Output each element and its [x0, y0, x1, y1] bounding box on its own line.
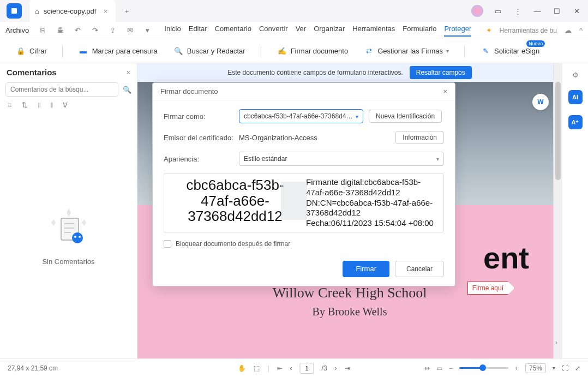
menu-organizar[interactable]: Organizar [314, 25, 345, 37]
menu-ver[interactable]: Ver [296, 25, 307, 37]
add-tab-button[interactable]: + [120, 4, 133, 17]
read-mode-icon[interactable]: ⛶ [562, 364, 568, 372]
menu-editar[interactable]: Editar [189, 25, 207, 37]
close-tab-icon[interactable]: × [100, 6, 110, 16]
filter-bar2-icon[interactable]: ⦀ [50, 101, 53, 110]
banner-text: Este documento contiene campos de formul… [227, 69, 403, 76]
menu-comentario[interactable]: Comentario [215, 25, 251, 37]
filter-bar-icon[interactable]: ⦀ [38, 101, 40, 110]
sidebar-title: Comentarios [7, 68, 57, 77]
feedback-icon[interactable]: ▭ [493, 6, 503, 16]
home-icon: ⌂ [35, 7, 39, 15]
svg-point-9 [72, 232, 83, 243]
sign-here-field[interactable]: Firme aquí [467, 282, 515, 295]
document-viewport: Este documento contiene campos de formul… [137, 63, 562, 358]
find-redact-button[interactable]: 🔍 Buscar y Redactar [173, 46, 245, 57]
zoom-slider[interactable] [459, 367, 508, 369]
sign-as-select[interactable]: cbc6abca-f53b-47af-a66e-37368d42dd ▾ [239, 109, 363, 123]
manage-signatures-label: Gestionar las Firmas [377, 47, 443, 55]
doc-subtitle-2: By Brooke Wells [137, 306, 562, 318]
filter-funnel-icon[interactable]: ∀ [63, 101, 68, 110]
encrypt-button[interactable]: 🔒 Cifrar [15, 46, 47, 57]
menu-inicio[interactable]: Inicio [164, 25, 181, 37]
cloud-icon[interactable]: ☁ [565, 26, 572, 34]
first-page-icon[interactable]: ⇤ [277, 364, 283, 372]
cancel-button[interactable]: Cancelar [395, 261, 444, 277]
lock-checkbox[interactable] [164, 240, 171, 248]
highlight-fields-button[interactable]: Resaltar campos [410, 66, 472, 79]
encrypt-label: Cifrar [29, 47, 47, 55]
share-icon[interactable]: ⇪ [107, 26, 117, 34]
fullscreen-icon[interactable]: ⤢ [575, 364, 580, 372]
save-icon[interactable]: 🖶 [55, 26, 65, 34]
info-button[interactable]: Información [395, 131, 444, 144]
mail-icon[interactable]: ✉ [125, 26, 135, 34]
zoom-value: 75% [525, 363, 546, 373]
menu-convertir[interactable]: Convertir [259, 25, 288, 37]
adjustments-icon[interactable]: ⚙ [572, 71, 579, 79]
user-avatar[interactable] [471, 5, 483, 17]
appearance-label: Apariencia: [164, 155, 233, 163]
file-menu[interactable]: Archivo [5, 26, 29, 34]
redo-icon[interactable]: ↷ [90, 26, 100, 34]
svg-rect-1 [11, 8, 17, 14]
menu-formulario[interactable]: Formulario [403, 25, 436, 37]
word-export-icon[interactable]: W [532, 94, 549, 110]
nuevo-badge: Nuevo [526, 40, 545, 47]
vertical-scrollbar[interactable]: › [553, 63, 562, 358]
open-icon[interactable]: ⎘ [38, 26, 47, 34]
fit-page-icon[interactable]: ▭ [436, 364, 442, 372]
last-page-icon[interactable]: ⇥ [345, 364, 350, 372]
page-input[interactable] [300, 363, 314, 374]
close-window-icon[interactable]: ✕ [572, 6, 581, 16]
svg-point-11 [79, 236, 81, 238]
tab-title: science-copy.pdf [44, 7, 97, 15]
close-dialog-icon[interactable]: × [443, 87, 447, 95]
ai-translate-icon[interactable]: A⁺ [568, 115, 583, 129]
minimize-icon[interactable]: — [532, 6, 542, 16]
select-tool-icon[interactable]: ⬚ [254, 364, 260, 372]
filter-sort-icon[interactable]: ⇅ [22, 101, 28, 110]
collapse-ribbon-icon[interactable]: ^ [579, 26, 583, 34]
ai-tools-label[interactable]: Herramientas de bu [500, 27, 557, 34]
menubar: Archivo ⎘ 🖶 ↶ ↷ ⇪ ✉ ▾ Inicio Editar Come… [0, 22, 588, 39]
menu-herramientas[interactable]: Herramientas [352, 25, 395, 37]
esign-icon: ✎ [480, 46, 491, 57]
app-logo [7, 3, 22, 19]
maximize-icon[interactable]: ☐ [552, 6, 562, 16]
new-id-button[interactable]: Nueva Identificación [369, 110, 442, 123]
mark-redact-button[interactable]: ▬ Marcar para censura [78, 46, 158, 57]
search-icon[interactable]: 🔍 [123, 86, 131, 94]
filter-list-icon[interactable]: ≡ [8, 101, 12, 110]
manage-signatures-button[interactable]: ⇄ Gestionar las Firmas ▾ [363, 46, 449, 57]
settings-sign-icon: ⇄ [363, 46, 374, 57]
zoom-in-icon[interactable]: + [515, 364, 519, 372]
kebab-menu-icon[interactable]: ⋮ [513, 6, 523, 16]
zoom-dropdown-icon[interactable]: ▾ [553, 365, 555, 371]
prev-page-icon[interactable]: ‹ [290, 364, 292, 372]
appearance-select[interactable]: Estilo estándar ▾ [239, 152, 444, 166]
scroll-thumb[interactable] [555, 82, 561, 180]
sign-document-button[interactable]: ✍ Firmar documento [277, 46, 348, 57]
page-total: /3 [322, 364, 327, 372]
comment-search-input[interactable] [5, 82, 118, 97]
ai-chat-icon[interactable]: AI [568, 90, 583, 104]
sign-button[interactable]: Firmar [343, 261, 389, 277]
next-page-icon[interactable]: › [335, 364, 337, 372]
doc-heading-fragment: ent [483, 240, 529, 276]
dialog-title: Firmar documento [160, 87, 218, 95]
document-tab[interactable]: ⌂ science-copy.pdf × [29, 0, 116, 22]
ai-wand-icon[interactable]: ✦ [486, 26, 492, 34]
scroll-down-icon[interactable]: › [555, 339, 557, 346]
more-quick-icon[interactable]: ▾ [142, 26, 152, 34]
fit-width-icon[interactable]: ⇔ [424, 364, 430, 372]
redact-icon: ▬ [78, 46, 89, 57]
menu-proteger[interactable]: Proteger [444, 25, 471, 37]
undo-icon[interactable]: ↶ [73, 26, 82, 34]
zoom-out-icon[interactable]: − [449, 364, 453, 372]
close-sidebar-icon[interactable]: × [126, 68, 130, 76]
request-esign-button[interactable]: ✎ Solicitar eSign Nuevo [480, 46, 539, 57]
chevron-down-icon: ▾ [436, 156, 439, 162]
hand-tool-icon[interactable]: ✋ [238, 364, 246, 372]
issuer-value: MS-Organization-Access [239, 134, 390, 142]
